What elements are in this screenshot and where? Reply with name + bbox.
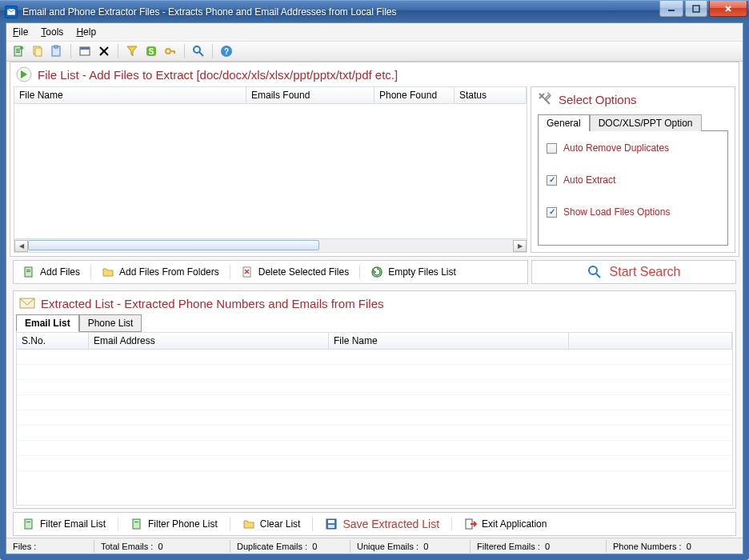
svg-rect-24 xyxy=(545,99,551,105)
start-search-button[interactable]: Start Search xyxy=(587,265,681,279)
app-window: Email and Phone Extractor Files - Extrac… xyxy=(0,0,749,560)
toolbar: S ? xyxy=(6,41,743,62)
exit-application-button[interactable]: Exit Application xyxy=(459,515,552,533)
svg-rect-27 xyxy=(26,271,30,272)
file-table-body[interactable] xyxy=(14,104,527,239)
titlebar[interactable]: Email and Phone Extractor Files - Extrac… xyxy=(0,0,749,22)
svg-rect-18 xyxy=(174,50,175,54)
checkbox-icon[interactable] xyxy=(547,175,557,186)
close-button[interactable] xyxy=(709,1,747,17)
app-icon xyxy=(5,6,18,18)
status-dup-emails: Duplicate Emails : 0 xyxy=(230,540,350,553)
menu-help[interactable]: Help xyxy=(76,26,96,38)
svg-rect-33 xyxy=(25,519,32,529)
filter-phone-list-button[interactable]: Filter Phone List xyxy=(125,515,223,533)
window-icon[interactable] xyxy=(78,44,92,58)
statusbar: Files : Total Emails : 0 Duplicate Email… xyxy=(6,538,743,554)
funnel-icon[interactable] xyxy=(125,44,139,58)
col-email-address[interactable]: Email Address xyxy=(89,333,329,349)
delete-icon[interactable] xyxy=(97,44,111,58)
svg-rect-1 xyxy=(668,10,675,11)
search-icon[interactable] xyxy=(191,44,206,58)
col-filename[interactable]: File Name xyxy=(14,87,246,103)
svg-rect-36 xyxy=(134,522,138,522)
tab-phone-list[interactable]: Phone List xyxy=(79,314,142,332)
checkbox-auto-remove-dup[interactable]: Auto Remove Duplicates xyxy=(547,142,719,154)
svg-point-19 xyxy=(194,46,200,53)
extracted-title: Extracted List - Extracted Phone Numbers… xyxy=(41,297,384,310)
window-title: Email and Phone Extractor Files - Extrac… xyxy=(22,6,397,18)
empty-files-list-button[interactable]: Empty Files List xyxy=(365,263,462,281)
svg-rect-39 xyxy=(328,525,334,528)
svg-point-30 xyxy=(589,266,597,274)
save-extracted-list-button[interactable]: Save Extracted List xyxy=(319,515,445,533)
extracted-table-body[interactable] xyxy=(16,350,733,506)
col-ext-filename[interactable]: File Name xyxy=(329,333,569,349)
file-actions-bar: Add Files Add Files From Folders Delete … xyxy=(13,260,528,284)
svg-text:?: ? xyxy=(224,47,229,56)
paste-icon[interactable] xyxy=(50,44,64,58)
horizontal-scrollbar[interactable]: ◀ ▶ xyxy=(14,239,527,253)
menubar: File Tools Help xyxy=(6,23,743,41)
filter-email-list-button[interactable]: Filter Email List xyxy=(17,515,111,533)
col-status[interactable]: Status xyxy=(455,87,527,103)
checkbox-auto-extract[interactable]: Auto Extract xyxy=(547,174,719,186)
menu-file[interactable]: File xyxy=(13,26,28,38)
status-phone-numbers: Phone Numbers : 0 xyxy=(607,540,743,553)
svg-rect-26 xyxy=(26,270,30,270)
status-files: Files : xyxy=(6,540,94,553)
file-list-panel: File List - Add Files to Extract [doc/do… xyxy=(10,62,739,257)
col-sno[interactable]: S.No. xyxy=(17,333,89,349)
svg-rect-9 xyxy=(35,48,42,56)
scroll-thumb[interactable] xyxy=(28,240,319,250)
copy-icon[interactable] xyxy=(30,44,45,58)
bottom-actions-bar: Filter Email List Filter Phone List Clea… xyxy=(13,512,736,536)
menu-tools[interactable]: Tools xyxy=(41,26,63,38)
options-title: Select Options xyxy=(559,93,637,106)
svg-rect-2 xyxy=(693,6,699,12)
file-list-title: File List - Add Files to Extract [doc/do… xyxy=(38,68,398,82)
checkbox-icon[interactable] xyxy=(547,207,557,218)
tab-email-list[interactable]: Email List xyxy=(16,314,79,332)
svg-rect-11 xyxy=(54,46,58,48)
help-icon[interactable]: ? xyxy=(219,44,234,58)
delete-selected-files-button[interactable]: Delete Selected Files xyxy=(235,263,354,281)
svg-line-31 xyxy=(596,274,600,278)
arrow-right-icon xyxy=(15,66,33,83)
add-files-button[interactable]: Add Files xyxy=(17,263,86,281)
svg-rect-13 xyxy=(80,47,90,50)
svg-rect-38 xyxy=(328,520,334,523)
scroll-right-icon[interactable]: ▶ xyxy=(513,240,527,252)
svg-line-20 xyxy=(199,52,203,56)
add-files-from-folders-button[interactable]: Add Files From Folders xyxy=(96,263,225,281)
svg-rect-35 xyxy=(133,519,140,529)
envelope-icon xyxy=(18,294,36,312)
status-total-emails: Total Emails : 0 xyxy=(94,540,230,553)
file-table: File Name Emails Found Phone Found Statu… xyxy=(14,86,527,253)
scroll-left-icon[interactable]: ◀ xyxy=(14,240,28,252)
status-filtered-emails: Filtered Emails : 0 xyxy=(471,540,607,553)
new-scan-icon[interactable] xyxy=(11,44,26,58)
checkbox-icon[interactable] xyxy=(547,143,557,154)
maximize-button[interactable] xyxy=(685,1,707,17)
col-emails[interactable]: Emails Found xyxy=(246,87,374,103)
extracted-list-panel: Extracted List - Extracted Phone Numbers… xyxy=(13,290,736,509)
svg-rect-34 xyxy=(26,522,30,522)
checkbox-show-load-files[interactable]: Show Load Files Options xyxy=(547,206,719,218)
col-phone[interactable]: Phone Found xyxy=(374,87,455,103)
svg-rect-6 xyxy=(16,52,20,53)
svg-text:S: S xyxy=(149,47,154,56)
clear-list-button[interactable]: Clear List xyxy=(237,515,306,533)
key-icon[interactable] xyxy=(163,44,178,58)
svg-rect-4 xyxy=(16,49,20,50)
options-panel: Select Options General DOC/XLS/PPT Optio… xyxy=(531,86,735,253)
skype-icon[interactable]: S xyxy=(144,44,158,58)
client-area: File Tools Help S ? xyxy=(6,22,743,554)
tab-doc-option[interactable]: DOC/XLS/PPT Option xyxy=(590,114,702,131)
tab-general[interactable]: General xyxy=(538,114,590,131)
svg-rect-5 xyxy=(16,50,20,51)
minimize-button[interactable] xyxy=(659,1,683,17)
status-unique-emails: Unique Emails : 0 xyxy=(350,540,471,553)
col-empty[interactable] xyxy=(569,333,732,349)
start-search-panel: Start Search xyxy=(531,260,736,284)
